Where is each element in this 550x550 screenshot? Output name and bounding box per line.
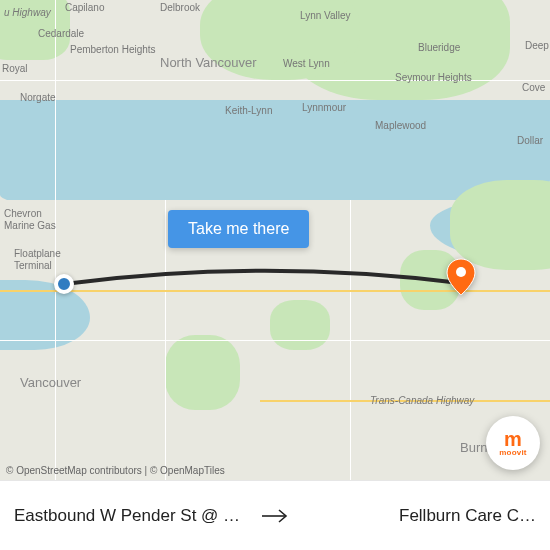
map-label-norgate: Norgate [20, 92, 56, 103]
map-label-royal: Royal [2, 63, 28, 74]
map-label-keith-lynn: Keith-Lynn [225, 105, 272, 116]
map-label-lynnmour: Lynnmour [302, 102, 346, 113]
take-me-there-button[interactable]: Take me there [168, 210, 309, 248]
map[interactable]: u Highway Capilano Delbrook Lynn Valley … [0, 0, 550, 480]
destination-label[interactable]: Fellburn Care C… [295, 506, 550, 526]
arrow-icon [255, 508, 295, 524]
map-label-delbrook: Delbrook [160, 2, 200, 13]
origin-marker[interactable] [54, 274, 74, 294]
map-label-seymour: Seymour Heights [395, 72, 472, 83]
map-label-capilano: Capilano [65, 2, 104, 13]
map-label-vancouver: Vancouver [20, 375, 81, 390]
map-label-blueridge: Blueridge [418, 42, 460, 53]
map-label-cedardale: Cedardale [38, 28, 84, 39]
map-label-north-vancouver: North Vancouver [160, 55, 257, 70]
map-label-deep: Deep [525, 40, 549, 51]
map-label-floatplane: FloatplaneTerminal [14, 248, 61, 272]
origin-label[interactable]: Eastbound W Pender St @ Sey… [0, 506, 255, 526]
map-label-dollar: Dollar [517, 135, 543, 146]
map-label-highway: u Highway [4, 7, 51, 18]
map-label-maplewood: Maplewood [375, 120, 426, 131]
map-label-pemberton: Pemberton Heights [70, 44, 156, 55]
attribution: © OpenStreetMap contributors | © OpenMap… [6, 465, 225, 476]
map-label-chevron: ChevronMarine Gas [4, 208, 56, 232]
destination-marker[interactable] [446, 258, 476, 288]
map-label-lynn-valley: Lynn Valley [300, 10, 351, 21]
map-label-west-lynn: West Lynn [283, 58, 330, 69]
map-label-cove: Cove [522, 82, 545, 93]
map-label-trans-canada: Trans-Canada Highway [370, 395, 474, 406]
moovit-badge[interactable]: m moovit [486, 416, 540, 470]
route-bar: Eastbound W Pender St @ Sey… Fellburn Ca… [0, 480, 550, 550]
svg-point-0 [456, 267, 466, 277]
moovit-logo-icon: m [504, 430, 522, 448]
moovit-logo-text: moovit [499, 448, 526, 457]
